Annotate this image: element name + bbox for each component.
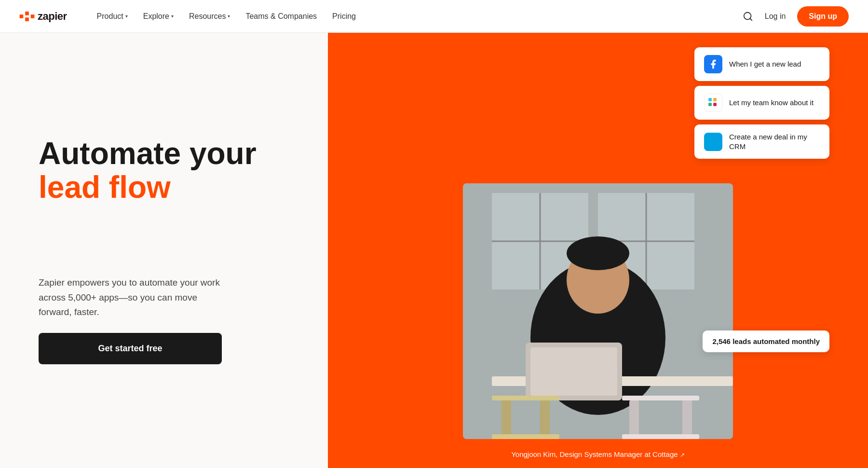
nav-explore[interactable]: Explore ▾ [136, 8, 180, 25]
svg-rect-27 [708, 98, 712, 101]
search-icon [743, 11, 753, 22]
person-photo [463, 183, 733, 439]
svg-rect-30 [713, 103, 717, 106]
nav-teams[interactable]: Teams & Companies [239, 8, 324, 25]
slack-logo-icon [706, 96, 720, 110]
svg-rect-29 [713, 98, 717, 101]
main-nav: Product ▾ Explore ▾ Resources ▾ Teams & … [90, 8, 743, 25]
slack-icon [704, 94, 722, 112]
automation-card-salesforce: Create a new deal in my CRM [694, 124, 829, 159]
card-slack-text: Let my team know about it [729, 98, 814, 108]
signup-button[interactable]: Sign up [797, 6, 849, 27]
card-facebook-text: When I get a new lead [729, 59, 801, 69]
card-salesforce-text: Create a new deal in my CRM [729, 132, 820, 151]
search-button[interactable] [743, 11, 753, 22]
logo[interactable]: zapier [19, 10, 67, 23]
hero-left-panel: Automate your lead flow Zapier empowers … [0, 33, 328, 468]
chevron-down-icon: ▾ [171, 14, 174, 19]
svg-rect-24 [629, 400, 639, 439]
hero-title-highlight: lead flow [39, 170, 289, 204]
svg-line-5 [750, 18, 752, 20]
chevron-down-icon: ▾ [228, 14, 230, 19]
zapier-logo-icon [19, 12, 35, 21]
hero-right-panel: When I get a new lead Let my team know a… [328, 33, 868, 468]
stats-badge: 2,546 leads automated monthly [703, 330, 829, 352]
svg-rect-19 [492, 396, 559, 400]
svg-point-33 [713, 138, 719, 143]
main-layout: Automate your lead flow Zapier empowers … [0, 33, 868, 468]
svg-rect-0 [20, 14, 24, 18]
hero-image [463, 183, 733, 439]
hero-description: Zapier empowers you to automate your wor… [39, 275, 222, 319]
svg-point-15 [567, 236, 629, 270]
hero-title: Automate your lead flow [39, 137, 289, 205]
svg-rect-22 [492, 434, 559, 439]
svg-rect-1 [25, 12, 29, 15]
salesforce-logo-icon [706, 137, 720, 147]
svg-rect-21 [540, 400, 550, 439]
salesforce-icon [704, 133, 722, 151]
nav-pricing[interactable]: Pricing [326, 8, 363, 25]
facebook-logo-icon [708, 59, 719, 69]
login-button[interactable]: Log in [763, 8, 788, 25]
facebook-icon [704, 55, 722, 73]
cta-get-started-button[interactable]: Get started free [39, 333, 222, 364]
chevron-down-icon: ▾ [125, 14, 128, 19]
navbar-actions: Log in Sign up [743, 6, 849, 27]
nav-product[interactable]: Product ▾ [90, 8, 135, 25]
svg-rect-20 [502, 400, 511, 439]
svg-rect-28 [708, 103, 712, 106]
svg-rect-2 [31, 14, 35, 18]
svg-rect-25 [682, 400, 692, 439]
automation-card-slack: Let my team know about it [694, 86, 829, 120]
svg-point-32 [708, 139, 713, 143]
external-link-icon: ↗ [680, 452, 685, 458]
logo-wordmark: zapier [38, 10, 67, 23]
nav-resources[interactable]: Resources ▾ [182, 8, 237, 25]
automation-cards: When I get a new lead Let my team know a… [694, 47, 829, 159]
automation-card-facebook: When I get a new lead [694, 47, 829, 81]
svg-rect-26 [622, 434, 699, 439]
svg-rect-18 [530, 347, 617, 396]
svg-rect-23 [622, 396, 699, 400]
svg-rect-3 [25, 17, 29, 21]
navbar: zapier Product ▾ Explore ▾ Resources ▾ T… [0, 0, 868, 33]
image-caption: Yongjoon Kim, Design Systems Manager at … [463, 450, 733, 458]
